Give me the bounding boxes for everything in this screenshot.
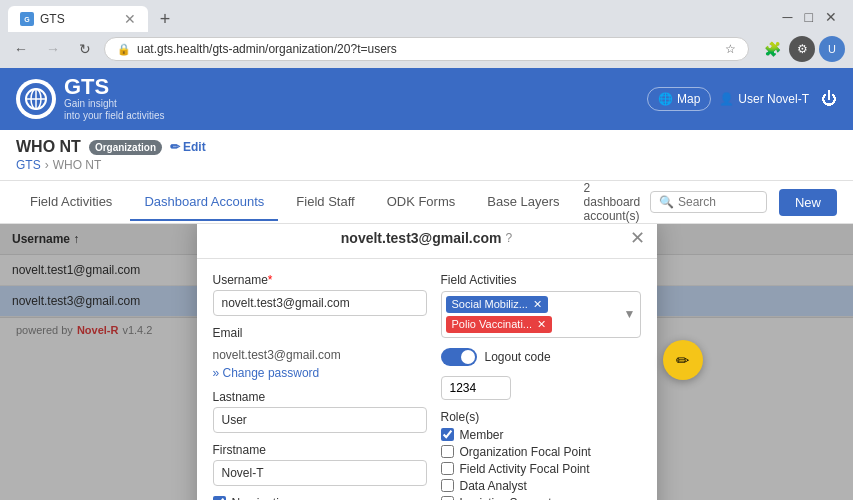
email-group: Email novelt.test3@gmail.com » Change pa… [213,326,427,380]
edit-icon: ✏ [170,140,180,154]
app: GTS Gain insightinto your field activiti… [0,68,853,500]
role-org-focal-checkbox[interactable] [441,445,454,458]
logout-code-row: Logout code [441,348,641,366]
role-org-focal: Organization Focal Point [441,445,641,459]
header-right: 🌐 Map 👤 User Novel-T ⏻ [647,87,837,111]
extensions-icon[interactable]: 🧩 [759,36,785,62]
role-logistics-checkbox[interactable] [441,496,454,500]
search-box[interactable]: 🔍 [650,191,767,213]
tab-favicon: G [20,12,34,26]
nominative-checkbox[interactable] [213,496,226,500]
edit-link[interactable]: ✏ Edit [170,140,206,154]
app-header: GTS Gain insightinto your field activiti… [0,68,853,130]
back-button[interactable]: ← [8,36,34,62]
breadcrumb-gts[interactable]: GTS [16,158,41,172]
logout-code-input[interactable] [441,376,511,400]
field-activities-label: Field Activities [441,273,641,287]
modal-header: novelt.test3@gmail.com ? ✕ [197,224,657,259]
role-data-analyst: Data Analyst [441,479,641,493]
role-logistics-label[interactable]: Logistics Support [460,496,552,501]
search-input[interactable] [678,195,758,209]
user-button[interactable]: 👤 User Novel-T [719,92,809,106]
tab-odk-forms[interactable]: ODK Forms [373,184,470,221]
role-member-label[interactable]: Member [460,428,504,442]
role-data-analyst-checkbox[interactable] [441,479,454,492]
new-button[interactable]: New [779,189,837,216]
firstname-group: Firstname [213,443,427,486]
star-icon[interactable]: ☆ [725,42,736,56]
logo-icon [19,82,53,116]
browser-chrome: G GTS ✕ + ─ □ ✕ ← → ↻ 🔒 uat.gts.health/g… [0,0,853,68]
nominative-group: Nominative [213,496,427,501]
logo-gts: GTS [64,76,165,98]
tab-dashboard-accounts[interactable]: Dashboard Accounts [130,184,278,221]
close-icon[interactable]: ✕ [825,9,837,25]
lock-icon: 🔒 [117,43,131,56]
svg-text:G: G [24,16,30,23]
settings-icon[interactable]: ⚙ [789,36,815,62]
org-name-row: WHO NT Organization ✏ Edit [16,138,837,156]
browser-tab[interactable]: G GTS ✕ [8,6,148,32]
logout-code-label: Logout code [485,350,551,364]
fa-tag-close-social[interactable]: ✕ [533,298,542,311]
modal-body: Username* Email novelt.test3@gmail.com »… [197,259,657,501]
org-badge: Organization [89,140,162,155]
edit-float-button[interactable]: ✏ [663,340,703,380]
field-activities-section: Field Activities Social Mobiliz... ✕ Pol… [441,273,641,338]
logo-sub: Gain insightinto your field activities [64,98,165,122]
pencil-icon: ✏ [676,351,689,370]
fa-tag-polio[interactable]: Polio Vaccinati... ✕ [446,316,553,333]
modal-left: Username* Email novelt.test3@gmail.com »… [213,273,427,501]
profile-button[interactable]: U [819,36,845,62]
role-data-analyst-label[interactable]: Data Analyst [460,479,527,493]
tab-base-layers[interactable]: Base Layers [473,184,573,221]
breadcrumb: GTS › WHO NT [16,158,837,172]
nominative-label[interactable]: Nominative [232,496,292,501]
lastname-label: Lastname [213,390,427,404]
role-member-checkbox[interactable] [441,428,454,441]
email-value: novelt.test3@gmail.com [213,343,427,367]
email-label: Email [213,326,427,340]
maximize-icon[interactable]: □ [805,9,813,25]
tab-close-icon[interactable]: ✕ [124,11,136,27]
content-area: Username ↑ Email novelt.test1@gmail.com … [0,224,853,500]
logout-button[interactable]: ⏻ [821,90,837,108]
minimize-icon[interactable]: ─ [783,9,793,25]
username-label: Username* [213,273,427,287]
modal-right: Field Activities Social Mobiliz... ✕ Pol… [441,273,641,501]
new-tab-button[interactable]: + [152,6,178,32]
logout-code-toggle[interactable] [441,348,477,366]
map-button[interactable]: 🌐 Map [647,87,711,111]
info-icon[interactable]: ? [506,231,513,245]
username-input[interactable] [213,290,427,316]
user-edit-modal: novelt.test3@gmail.com ? ✕ Username* [197,224,657,500]
tab-field-activities[interactable]: Field Activities [16,184,126,221]
dropdown-arrow-icon[interactable]: ▼ [624,307,636,321]
firstname-input[interactable] [213,460,427,486]
logo-circle [16,79,56,119]
role-field-focal-label[interactable]: Field Activity Focal Point [460,462,590,476]
fa-tag-social[interactable]: Social Mobiliz... ✕ [446,296,548,313]
change-password-link[interactable]: » Change password [213,366,427,380]
role-logistics: Logistics Support [441,496,641,501]
address-bar[interactable]: 🔒 uat.gts.health/gts-admin/organization/… [104,37,749,61]
field-activities-select[interactable]: Social Mobiliz... ✕ Polio Vaccinati... ✕… [441,291,641,338]
org-name: WHO NT [16,138,81,156]
roles-label: Role(s) [441,410,641,424]
fa-tag-close-polio[interactable]: ✕ [537,318,546,331]
role-field-focal-checkbox[interactable] [441,462,454,475]
modal-title: novelt.test3@gmail.com [341,230,502,246]
refresh-button[interactable]: ↻ [72,36,98,62]
logo-text: GTS Gain insightinto your field activiti… [64,76,165,122]
modal-close-button[interactable]: ✕ [630,227,645,249]
modal-overlay: novelt.test3@gmail.com ? ✕ Username* [0,224,853,500]
org-bar: WHO NT Organization ✏ Edit GTS › WHO NT [0,130,853,181]
tab-field-staff[interactable]: Field Staff [282,184,368,221]
lastname-group: Lastname [213,390,427,433]
count-badge: 2 dashboard account(s) [584,181,646,223]
address-text: uat.gts.health/gts-admin/organization/20… [137,42,719,56]
role-org-focal-label[interactable]: Organization Focal Point [460,445,591,459]
lastname-input[interactable] [213,407,427,433]
forward-button[interactable]: → [40,36,66,62]
app-logo: GTS Gain insightinto your field activiti… [16,76,165,122]
